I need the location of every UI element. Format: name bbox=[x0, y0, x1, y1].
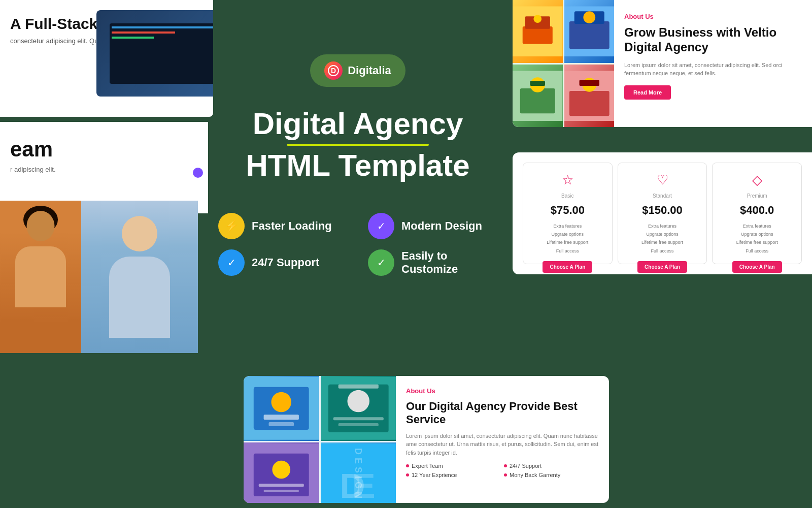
pricing-icon-basic: ☆ bbox=[562, 172, 573, 188]
choose-plan-standard[interactable]: Choose A Plan bbox=[637, 261, 687, 273]
team-card-1: obard Milan UI/UX Designer 𝕏 t in ◎ bbox=[0, 201, 81, 353]
team-section: obard Milan UI/UX Designer 𝕏 t in ◎ bbox=[0, 201, 208, 358]
feature-247-support: 24/7 Support bbox=[504, 463, 599, 469]
person1-body bbox=[15, 246, 66, 307]
feature-money-back-label: Mony Back Garrenty bbox=[510, 472, 560, 478]
support-icon: ✓ bbox=[218, 249, 245, 276]
pricing-price-standard: $150.00 bbox=[642, 204, 683, 217]
bottom-features-list: Expert Team 24/7 Support 12 Year Exprien… bbox=[406, 463, 599, 478]
about-image-section bbox=[513, 0, 614, 127]
hero-line2: HTML Template bbox=[246, 149, 469, 182]
customize-label: Easily to Customize bbox=[401, 249, 497, 276]
svg-rect-26 bbox=[338, 385, 378, 389]
pricing-icon-premium: ◇ bbox=[752, 172, 762, 188]
svg-rect-13 bbox=[530, 81, 545, 86]
pricing-section: ☆ Basic $75.00 Extra featuresUpgrate opt… bbox=[513, 152, 812, 274]
pricing-card-basic: ☆ Basic $75.00 Extra featuresUpgrate opt… bbox=[523, 163, 613, 264]
collage-4 bbox=[564, 65, 615, 128]
monitor-shape bbox=[96, 10, 213, 97]
faster-loading-icon: ⚡ bbox=[218, 213, 245, 239]
svg-rect-33 bbox=[264, 490, 299, 492]
svg-point-9 bbox=[583, 11, 595, 23]
feature-expert-team: Expert Team bbox=[406, 463, 501, 469]
bottom-cell-2 bbox=[321, 376, 396, 441]
person2-silhouette bbox=[81, 201, 198, 353]
feature-12year-label: 12 Year Exprience bbox=[412, 472, 457, 478]
about-right-card: About Us Grow Business with Veltio Digit… bbox=[513, 0, 812, 127]
person2-body bbox=[109, 257, 170, 338]
pricing-features-premium: Extra featuresUpgrate optionsLifetime fr… bbox=[736, 222, 778, 255]
read-more-button[interactable]: Read More bbox=[624, 85, 671, 100]
bullet-247-support bbox=[504, 464, 507, 467]
svg-rect-3 bbox=[523, 26, 553, 44]
screen-bar-3 bbox=[112, 37, 154, 39]
pricing-icon-standard: ♡ bbox=[657, 172, 668, 188]
svg-point-25 bbox=[347, 390, 369, 412]
pricing-card-premium: ◇ Premium $400.0 Extra featuresUpgrate o… bbox=[712, 163, 802, 264]
screen-bar-2 bbox=[112, 31, 175, 34]
team-card-2 bbox=[81, 201, 198, 353]
svg-rect-27 bbox=[333, 417, 383, 420]
choose-plan-basic[interactable]: Choose A Plan bbox=[543, 261, 592, 273]
modern-design-label: Modern Design bbox=[401, 219, 482, 233]
hero-heading: Digital Agency HTML Template bbox=[246, 107, 469, 182]
about-content: About Us Grow Business with Veltio Digit… bbox=[614, 0, 812, 127]
collage-3 bbox=[513, 65, 563, 128]
svg-point-31 bbox=[272, 460, 290, 479]
bullet-expert-team bbox=[406, 464, 409, 467]
feature-money-back: Mony Back Garrenty bbox=[504, 472, 599, 478]
about-description: Lorem ipsum dolor sit amet, consectetur … bbox=[624, 61, 802, 78]
hero-line1: Digital Agency bbox=[246, 107, 469, 141]
modern-design-icon: ✓ bbox=[368, 213, 394, 239]
svg-rect-22 bbox=[269, 422, 294, 426]
pricing-tier-basic: Basic bbox=[561, 193, 573, 199]
bottom-about-card: D E DESIGN About Us Our Digital Agency P… bbox=[244, 376, 609, 503]
bullet-12year bbox=[406, 473, 409, 477]
bottom-description: Lorem ipsum dolor sit amet, consectetur … bbox=[406, 432, 599, 457]
customize-icon: ✓ bbox=[368, 249, 394, 276]
svg-rect-17 bbox=[579, 80, 599, 86]
screen-bar-1 bbox=[112, 26, 213, 28]
feature-support: ✓ 24/7 Support bbox=[218, 249, 348, 276]
svg-rect-21 bbox=[264, 415, 299, 420]
mid-left-subtitle: r adipiscing elit. bbox=[10, 166, 198, 173]
svg-rect-28 bbox=[338, 423, 378, 426]
feature-expert-team-label: Expert Team bbox=[412, 463, 443, 469]
person1-head bbox=[27, 211, 55, 241]
underline-accent bbox=[287, 144, 429, 146]
svg-rect-32 bbox=[259, 484, 304, 487]
top-left-card: A Full-Stack Agency consectetur adipisci… bbox=[0, 0, 213, 117]
pricing-tier-premium: Premium bbox=[747, 193, 767, 199]
feature-modern-design: ✓ Modern Design bbox=[368, 213, 497, 239]
collage-2 bbox=[564, 0, 615, 63]
bullet-money-back bbox=[504, 473, 507, 477]
support-label: 24/7 Support bbox=[252, 256, 319, 269]
pricing-features-basic: Extra featuresUpgrate optionsLifetime fr… bbox=[547, 222, 588, 255]
feature-12year: 12 Year Exprience bbox=[406, 472, 501, 478]
bottom-title: Our Digital Agency Provide Best Service bbox=[406, 400, 599, 427]
logo-icon: D bbox=[324, 61, 343, 80]
office-collage bbox=[513, 0, 614, 127]
top-left-image bbox=[96, 10, 213, 97]
feature-247-support-label: 24/7 Support bbox=[510, 463, 542, 469]
bottom-image-section: D E DESIGN bbox=[244, 376, 396, 503]
monitor-screen bbox=[110, 23, 213, 84]
center-section: D Digitalia Digital Agency HTML Template… bbox=[218, 0, 497, 315]
pricing-price-premium: $400.0 bbox=[740, 204, 774, 217]
svg-rect-7 bbox=[569, 21, 609, 49]
feature-faster-loading: ⚡ Faster Loading bbox=[218, 213, 348, 239]
bottom-content: About Us Our Digital Agency Provide Best… bbox=[396, 376, 609, 503]
logo-text: Digitalia bbox=[348, 64, 391, 77]
choose-plan-premium[interactable]: Choose A Plan bbox=[732, 261, 782, 273]
bottom-about-label: About Us bbox=[406, 387, 599, 395]
mid-left-card: eam r adipiscing elit. bbox=[0, 122, 208, 213]
purple-dot-accent bbox=[193, 168, 203, 178]
logo-container: D Digitalia bbox=[310, 54, 405, 87]
svg-rect-15 bbox=[569, 90, 609, 115]
mid-left-title: eam bbox=[10, 137, 198, 162]
person2-head bbox=[122, 216, 157, 251]
svg-point-20 bbox=[271, 392, 291, 412]
bottom-cell-3 bbox=[244, 442, 319, 503]
pricing-card-standard: ♡ Standart $150.00 Extra featuresUpgrate… bbox=[618, 163, 707, 264]
bottom-cell-4: D E DESIGN bbox=[321, 442, 396, 503]
